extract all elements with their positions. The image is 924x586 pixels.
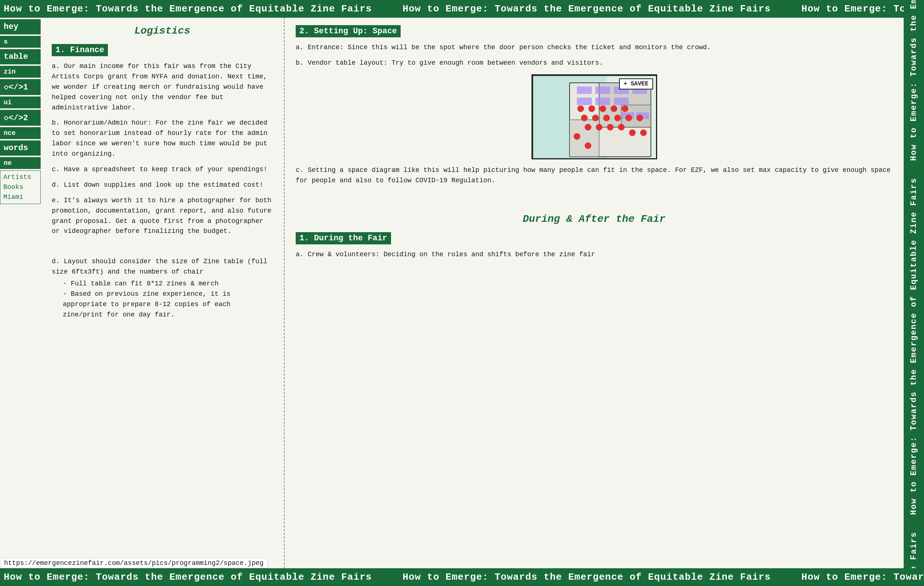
save-button[interactable]: + SAVEE (619, 78, 653, 89)
finance-item-c: c. Have a spreadsheet to keep track of y… (52, 165, 273, 175)
dropdown-line-1: Artists (3, 172, 37, 182)
finance-item-e-content: e. It’s always worth it to hire a photog… (52, 196, 273, 237)
layout-subitems: - Full table can fit 8*12 zines & merch … (63, 279, 273, 320)
finance-item-d: d. List down supplies and look up the es… (52, 180, 273, 190)
setting-item-a: a. Entrance: Since this will be the spot… (296, 43, 893, 53)
svg-rect-4 (569, 120, 599, 157)
svg-point-19 (581, 115, 587, 121)
space-diagram: + SAVEE (531, 74, 657, 159)
svg-rect-9 (577, 97, 592, 105)
finance-item-d-content: d. List down supplies and look up the es… (52, 180, 273, 190)
svg-rect-11 (614, 97, 629, 105)
svg-point-16 (599, 106, 606, 112)
during-fair-heading: 1. During the Fair (296, 232, 391, 244)
finance-item-c-content: c. Have a spreadsheet to keep track of y… (52, 165, 273, 175)
sidebar-dropdown[interactable]: Artists Books Miami (0, 170, 41, 204)
setting-item-c: c. Setting a space diagram like this wil… (296, 165, 893, 186)
layout-subitem-1: - Full table can fit 8*12 zines & merch (63, 279, 273, 289)
setting-item-a-content: a. Entrance: Since this will be the spot… (296, 43, 893, 53)
svg-point-18 (622, 106, 628, 112)
svg-point-29 (629, 129, 636, 136)
layout-subitem-2: - Based on previous zine experience, it … (63, 289, 273, 320)
sidebar-item-s[interactable]: s (0, 36, 41, 48)
during-item-a-content: a. Crew & volunteers: Deciding on the ro… (296, 249, 893, 260)
svg-point-22 (614, 115, 621, 121)
svg-rect-10 (596, 97, 610, 105)
svg-rect-5 (577, 86, 592, 94)
sidebar-item-code2[interactable]: ◇</>2 (0, 110, 41, 126)
bottom-marquee: How to Emerge: Towards the Emergence of … (0, 568, 924, 586)
marquee-text: How to Emerge: Towards the Emergence of … (4, 3, 924, 15)
svg-point-20 (592, 115, 599, 121)
logistics-heading: Logistics (52, 25, 273, 36)
svg-point-23 (625, 115, 632, 121)
right-vertical-strip: Equitable Zine Fairs How to Emerge: Towa… (904, 0, 924, 586)
finance-item-a: a. Our main income for this fair was fro… (52, 61, 273, 113)
right-marquee-text: Equitable Zine Fairs How to Emerge: Towa… (909, 0, 919, 586)
layout-item-d-content: d. Layout should consider the size of Zi… (52, 257, 273, 277)
svg-point-24 (637, 115, 643, 121)
svg-rect-6 (596, 86, 610, 94)
svg-point-26 (596, 124, 602, 130)
layout-item-d: d. Layout should consider the size of Zi… (52, 257, 273, 320)
setting-item-b-content: b. Vendor table layout: Try to give enou… (296, 58, 893, 68)
top-marquee: How to Emerge: Towards the Emergence of … (0, 0, 924, 18)
svg-point-30 (640, 129, 647, 136)
sidebar-item-zin[interactable]: zin (0, 66, 41, 78)
svg-point-15 (588, 106, 595, 112)
svg-point-17 (610, 106, 617, 112)
finance-item-b-content: b. Honorarium/Admin hour: For the zine f… (52, 118, 273, 159)
during-item-a: a. Crew & volunteers: Deciding on the ro… (296, 249, 893, 260)
svg-point-31 (574, 133, 580, 140)
sidebar-item-words[interactable]: words (0, 140, 41, 156)
left-sidebar: hey s table zin ◇</>1 ui ◇</>2 nce words… (0, 18, 41, 568)
during-after-heading: During & After the Fair (296, 213, 893, 225)
sidebar-item-code1[interactable]: ◇</>1 (0, 79, 41, 95)
sidebar-item-ne[interactable]: ne (0, 157, 41, 169)
dropdown-line-2: Books (3, 182, 37, 192)
sidebar-item-ui[interactable]: ui (0, 96, 41, 108)
setting-item-c-content: c. Setting a space diagram like this wil… (296, 165, 893, 186)
setting-up-heading: 2. Setting Up: Space (296, 25, 401, 37)
svg-point-14 (578, 106, 584, 112)
finance-heading: 1. Finance (52, 44, 108, 56)
svg-point-21 (603, 115, 610, 121)
sidebar-item-table[interactable]: table (0, 49, 41, 64)
svg-point-27 (607, 124, 614, 130)
left-column: Logistics 1. Finance a. Our main income … (41, 18, 285, 568)
main-content: Logistics 1. Finance a. Our main income … (41, 18, 904, 568)
svg-point-32 (585, 142, 591, 149)
url-bar: https://emergencezinefair.com/assets/pic… (0, 558, 267, 568)
svg-point-28 (618, 124, 625, 130)
svg-point-25 (585, 124, 591, 130)
setting-item-b: b. Vendor table layout: Try to give enou… (296, 58, 893, 68)
sidebar-item-nce[interactable]: nce (0, 127, 41, 139)
finance-item-e: e. It’s always worth it to hire a photog… (52, 196, 273, 237)
finance-item-b: b. Honorarium/Admin hour: For the zine f… (52, 118, 273, 159)
finance-item-a-content: a. Our main income for this fair was fro… (52, 61, 273, 113)
sidebar-item-hey[interactable]: hey (0, 19, 41, 35)
right-column: 2. Setting Up: Space a. Entrance: Since … (285, 18, 904, 568)
dropdown-line-3: Miami (3, 192, 37, 202)
bottom-marquee-text: How to Emerge: Towards the Emergence of … (4, 571, 924, 583)
